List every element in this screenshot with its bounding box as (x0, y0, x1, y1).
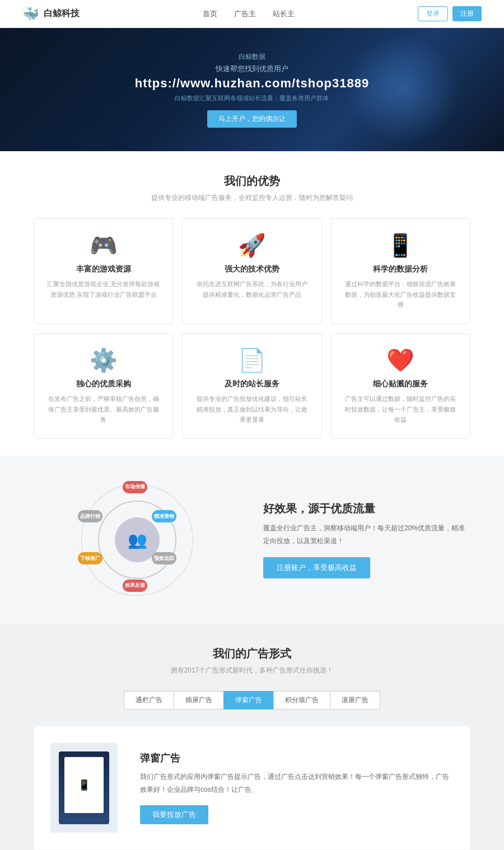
effect-desc: 覆盖全行业广告主，洞察移动端用户！每天超过20%优质流量，精准定向投放，以及宽松… (263, 522, 470, 548)
nav-publisher[interactable]: 站长主 (273, 9, 295, 19)
adtype-title: 我们的广告形式 (34, 646, 470, 661)
diagram-dot-5: 效果反馈 (123, 580, 147, 592)
advantage-name-5: 细心贴溅的服务 (343, 379, 459, 389)
advantage-section: 我们的优势 提供专业的移动端广告服务，全程监控专人运营，随时为您解答疑问 🎮 丰… (0, 151, 504, 456)
hero-subtitle: 白鲸数据 (135, 52, 369, 62)
diagram-dot-2: 精准营销 (152, 510, 176, 522)
advantage-icon-2: 📱 (343, 232, 459, 259)
advantage-icon-5: ❤️ (343, 347, 459, 373)
advantage-card-2: 📱 科学的数据分析 通过科学的数据平台，细致筛选广告效果数据，为创造最大化广告收… (331, 218, 470, 324)
advantage-card-5: ❤️ 细心贴溅的服务 广告主可以通过数据，随时监控广告的实时投放数据，让每一个广… (331, 333, 470, 439)
advantage-title: 我们的优势 (34, 174, 470, 189)
advantage-desc-4: 提供专业的广告投放优化建议，指引站长精准投放，真正做到以结果为导向，让效果更显著 (194, 394, 310, 425)
nav-advertiser[interactable]: 广告主 (234, 9, 256, 19)
hero-desc1: 白鲸数据汇聚互联网各领域站长流量；覆盖各类用户群体 (135, 94, 369, 102)
advantage-icon-4: 📄 (194, 347, 310, 373)
diagram-dot-4: 下移推广 (78, 552, 102, 564)
hero-url: https://www.huzhan.com/tshop31889 (135, 76, 369, 91)
logo-icon: 🐳 (22, 6, 39, 22)
advantage-name-1: 强大的技术优势 (194, 264, 310, 274)
effect-diagram-container: 👥 市场传播 品牌行销 精准营销 预效追踪 下移推广 效果反馈 (34, 478, 241, 601)
effect-diagram: 👥 市场传播 品牌行销 精准营销 预效追踪 下移推广 效果反馈 (76, 478, 199, 601)
advantage-card-3: ⚙️ 独心的优质采购 在发布广告之前，严格审核广告创意，确保广告主享受到最优质、… (34, 333, 173, 439)
effect-title: 好效果，源于优质流量 (263, 501, 470, 516)
adtype-info: 弹窗广告 我们广告形式的应用内弹窗广告提示广告，通过广告点击达到营销效果！每一个… (140, 751, 454, 824)
adtype-subtitle: 拥有2017个广告形式新时代，多种广告形式任你挑选！ (34, 666, 470, 675)
advantage-grid: 🎮 丰富的游戏资源 汇聚全国优质游戏企业,充分发挥每款游戏资源优势,实现了游戏行… (34, 218, 470, 439)
hero-section: 白鲸数据 快速帮您找到优质用户 https://www.huzhan.com/t… (0, 28, 504, 151)
adtype-tab-2[interactable]: 弹窗广告 (223, 691, 273, 709)
advantage-icon-1: 🚀 (194, 232, 310, 259)
adtype-tab-3[interactable]: 积分墙广告 (273, 691, 330, 709)
advantage-icon-3: ⚙️ (45, 347, 161, 373)
advantage-card-0: 🎮 丰富的游戏资源 汇聚全国优质游戏企业,充分发挥每款游戏资源优势,实现了游戏行… (34, 218, 173, 324)
adtype-section: 我们的广告形式 拥有2017个广告形式新时代，多种广告形式任你挑选！ 通栏广告 … (0, 624, 504, 850)
advantage-name-0: 丰富的游戏资源 (45, 264, 161, 274)
advantage-desc-3: 在发布广告之前，严格审核广告创意，确保广告主享受到最优质、最高效的广告服务 (45, 394, 161, 425)
nav-home[interactable]: 首页 (203, 9, 217, 19)
adtype-cta-button[interactable]: 我要投放广告 (140, 805, 208, 824)
adtype-tab-4[interactable]: 滚屏广告 (330, 691, 380, 709)
advantage-desc-2: 通过科学的数据平台，细致筛选广告效果数据，为创造最大化广告收益提供数据支撑 (343, 279, 459, 310)
diagram-dot-3: 预效追踪 (152, 552, 176, 564)
advantage-desc-5: 广告主可以通过数据，随时监控广告的实时投放数据，让每一个广告主，享受极致收益 (343, 394, 459, 425)
hero-cta-button[interactable]: 马上开户，您的偶尔让 (207, 110, 297, 128)
advantage-card-1: 🚀 强大的技术优势 依托先进互联网广告系统，为各行业用户提供精准量化，数据化运营… (182, 218, 321, 324)
adtype-image: 📱 (50, 743, 118, 833)
register-button[interactable]: 注册 (452, 6, 482, 21)
adtype-content: 📱 弹窗广告 我们广告形式的应用内弹窗广告提示广告，通过广告点击达到营销效果！每… (34, 726, 470, 849)
logo-text: 白鲸科技 (44, 8, 80, 20)
adtype-name: 弹窗广告 (140, 751, 454, 765)
main-nav: 首页 广告主 站长主 (203, 9, 295, 19)
advantage-desc-1: 依托先进互联网广告系统，为各行业用户提供精准量化，数据化运营广告产品 (194, 279, 310, 300)
adtype-desc: 我们广告形式的应用内弹窗广告提示广告，通过广告点击达到营销效果！每一个弹窗广告形… (140, 770, 454, 796)
effect-section: 👥 市场传播 品牌行销 精准营销 预效追踪 下移推广 效果反馈 好效果，源于优质… (0, 456, 504, 624)
adtype-tab-1[interactable]: 插屏广告 (174, 691, 223, 709)
adtype-tabs: 通栏广告 插屏广告 弹窗广告 积分墙广告 滚屏广告 (34, 691, 470, 709)
adtype-tab-0[interactable]: 通栏广告 (124, 691, 174, 709)
hero-content: 白鲸数据 快速帮您找到优质用户 https://www.huzhan.com/t… (135, 52, 369, 128)
adtype-image-inner: 📱 (59, 751, 109, 824)
advantage-name-4: 及时的站长服务 (194, 379, 310, 389)
advantage-desc-0: 汇聚全国优质游戏企业,充分发挥每款游戏资源优势,实现了游戏行业广告联盟平台 (45, 279, 161, 300)
effect-info: 好效果，源于优质流量 覆盖全行业广告主，洞察移动端用户！每天超过20%优质流量，… (263, 501, 470, 579)
diagram-dot-1: 品牌行销 (78, 510, 102, 522)
advantage-card-4: 📄 及时的站长服务 提供专业的广告投放优化建议，指引站长精准投放，真正做到以结果… (182, 333, 321, 439)
hero-title: 快速帮您找到优质用户 (135, 64, 369, 74)
advantage-name-2: 科学的数据分析 (343, 264, 459, 274)
advantage-icon-0: 🎮 (45, 232, 161, 259)
effect-cta-button[interactable]: 注册账户，享受极高收益 (263, 557, 370, 578)
header: 🐳 白鲸科技 首页 广告主 站长主 登录 注册 (0, 0, 504, 28)
advantage-subtitle: 提供专业的移动端广告服务，全程监控专人运营，随时为您解答疑问 (34, 193, 470, 203)
header-buttons: 登录 注册 (418, 6, 482, 21)
logo: 🐳 白鲸科技 (22, 6, 80, 22)
login-button[interactable]: 登录 (418, 6, 448, 21)
advantage-name-3: 独心的优质采购 (45, 379, 161, 389)
adtype-screen: 📱 (64, 757, 104, 813)
diagram-dot-0: 市场传播 (123, 481, 147, 493)
